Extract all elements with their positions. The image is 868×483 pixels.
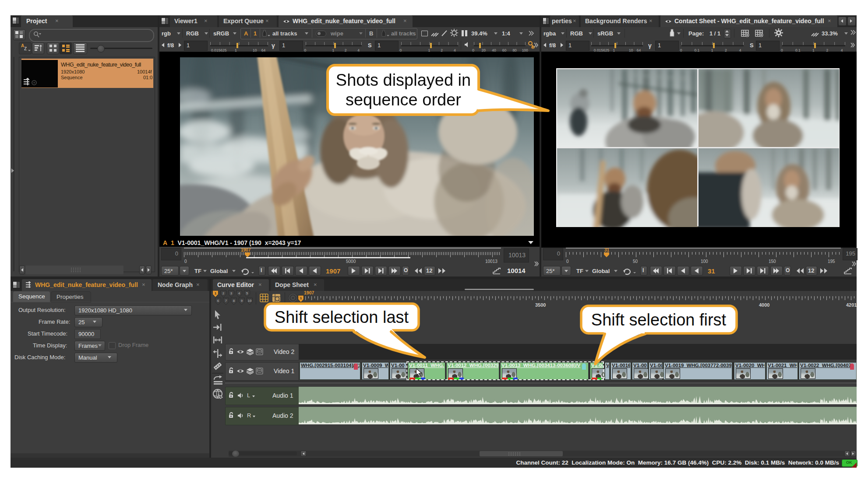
svg-text:4: 4 — [238, 291, 240, 295]
svg-text:2: 2 — [222, 291, 225, 295]
svg-text:Shift selection first: Shift selection first — [591, 311, 727, 329]
svg-text:3: 3 — [230, 291, 233, 295]
svg-text:8: 8 — [233, 299, 235, 303]
svg-text:Shots displayed in: Shots displayed in — [336, 71, 471, 89]
svg-text:sequence order: sequence order — [346, 91, 461, 109]
svg-text:10: 10 — [248, 299, 252, 303]
svg-text:9: 9 — [241, 299, 243, 303]
svg-text:7: 7 — [225, 299, 227, 303]
svg-text:6: 6 — [217, 299, 219, 303]
svg-text:1: 1 — [215, 291, 217, 295]
svg-text:Shift selection last: Shift selection last — [275, 308, 409, 326]
svg-text:5: 5 — [246, 291, 248, 295]
